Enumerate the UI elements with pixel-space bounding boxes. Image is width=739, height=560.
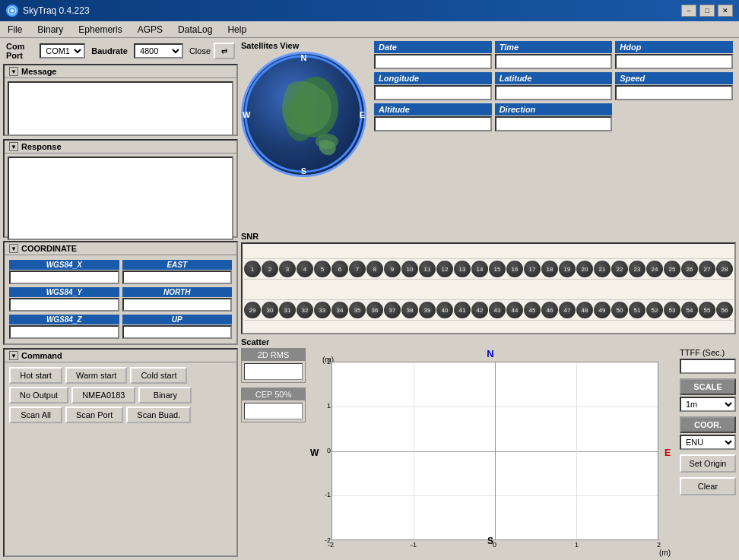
response-section: ▼ Response <box>3 139 238 238</box>
menu-file[interactable]: File <box>0 23 30 36</box>
satellite-num-48: 48 <box>576 302 593 318</box>
warm-start-button[interactable]: Warm start <box>65 367 127 384</box>
menu-help[interactable]: Help <box>220 23 254 36</box>
no-output-button[interactable]: No Output <box>9 387 68 403</box>
set-origin-button[interactable]: Set Origin <box>680 454 736 473</box>
coordinate-collapse[interactable]: ▼ <box>9 244 18 253</box>
latitude-input[interactable] <box>495 85 613 100</box>
message-title: Message <box>21 67 56 76</box>
hot-start-button[interactable]: Hot start <box>9 367 62 384</box>
response-collapse[interactable]: ▼ <box>9 142 18 151</box>
satellite-num-38: 38 <box>401 302 418 318</box>
menu-bar: File Binary Ephemeris AGPS DataLog Help <box>0 21 739 38</box>
binary-button[interactable]: Binary <box>138 387 192 403</box>
longitude-input[interactable] <box>374 85 492 100</box>
coord-wgs84z: WGS84_Z <box>9 315 119 339</box>
satellite-num-18: 18 <box>541 261 558 277</box>
scatter-north: N <box>487 348 493 359</box>
close-button[interactable]: ✕ <box>718 5 733 17</box>
scatter-section: Scatter 2D RMS CEP 50% <box>241 337 736 557</box>
coord-wgs84x-input[interactable] <box>9 271 119 284</box>
menu-ephemeris[interactable]: Ephemeris <box>71 23 129 36</box>
connect-button[interactable]: ⇄ <box>214 43 235 59</box>
satellite-num-30: 30 <box>262 302 278 318</box>
left-panel: Com Port COM1COM2COM3COM4 Baudrate 48009… <box>3 41 238 557</box>
speed-input[interactable] <box>615 85 733 100</box>
scatter-main: Scatter 2D RMS CEP 50% <box>241 337 736 557</box>
satellite-num-6: 6 <box>331 261 348 277</box>
scatter-controls: 2D RMS CEP 50% <box>241 348 306 557</box>
scatter-title: Scatter <box>241 337 736 346</box>
scatter-plot-area: N W E S (m) (m) <box>310 348 671 557</box>
satellites-view-title: Satellites View <box>241 41 366 50</box>
cold-start-button[interactable]: Cold start <box>130 367 187 384</box>
menu-binary[interactable]: Binary <box>30 23 71 36</box>
maximize-button[interactable]: □ <box>699 5 715 17</box>
message-content[interactable] <box>8 81 233 136</box>
nmea0183-button[interactable]: NMEA0183 <box>71 387 135 403</box>
clear-button[interactable]: Clear <box>680 477 736 495</box>
cep-box: CEP 50% <box>241 388 306 422</box>
satellite-num-55: 55 <box>699 302 715 318</box>
menu-datalog[interactable]: DataLog <box>170 23 220 36</box>
satellite-num-16: 16 <box>506 261 523 277</box>
command-collapse[interactable]: ▼ <box>9 351 18 360</box>
command-buttons: Hot start Warm start Cold start No Outpu… <box>5 362 236 428</box>
gps-fields: Date Time Hdop Longitude Latitude <box>371 41 736 227</box>
response-content[interactable] <box>8 157 233 240</box>
date-field: Date <box>374 41 492 69</box>
satellite-num-21: 21 <box>594 261 611 277</box>
coor-button[interactable]: COOR. <box>680 416 736 433</box>
scale-select[interactable]: 1m2m5m10m <box>680 397 736 412</box>
scan-all-button[interactable]: Scan All <box>9 407 62 423</box>
coord-wgs84y-input[interactable] <box>9 298 119 312</box>
snr-top-bar <box>244 245 733 259</box>
time-field: Time <box>495 41 613 69</box>
globe-east: E <box>360 110 365 119</box>
menu-agps[interactable]: AGPS <box>130 23 170 36</box>
coord-north-input[interactable] <box>122 298 233 312</box>
satellite-num-22: 22 <box>611 261 628 277</box>
coord-up: UP <box>122 315 233 339</box>
command-header: ▼ Command <box>5 350 236 362</box>
coord-wgs84z-input[interactable] <box>9 325 119 339</box>
comport-select[interactable]: COM1COM2COM3COM4 <box>40 43 85 59</box>
altitude-input[interactable] <box>374 116 492 131</box>
satellite-num-14: 14 <box>471 261 488 277</box>
scan-port-button[interactable]: Scan Port <box>65 407 123 423</box>
main-content: Com Port COM1COM2COM3COM4 Baudrate 48009… <box>0 38 739 560</box>
satellite-num-25: 25 <box>664 261 680 277</box>
scale-button[interactable]: SCALE <box>680 378 736 395</box>
time-input[interactable] <box>495 54 613 69</box>
snr-mid-bar <box>244 279 733 300</box>
satellite-num-54: 54 <box>681 302 698 318</box>
satellite-num-50: 50 <box>611 302 628 318</box>
scan-buad-button[interactable]: Scan Buad. <box>126 407 191 423</box>
coor-select[interactable]: ENUXYZ <box>680 435 736 450</box>
coord-wgs84x-label: WGS84_X <box>9 260 119 270</box>
scatter-east: E <box>664 448 671 458</box>
rms-input[interactable] <box>244 363 303 380</box>
time-label: Time <box>495 41 613 53</box>
date-input[interactable] <box>374 54 492 69</box>
minimize-button[interactable]: − <box>681 5 696 17</box>
satellite-num-29: 29 <box>244 302 261 318</box>
scatter-unit-bottomright: (m) <box>659 549 671 557</box>
baudrate-select[interactable]: 48009600192003840057600115200 <box>134 43 183 59</box>
direction-input[interactable] <box>495 116 613 131</box>
satellite-num-4: 4 <box>297 261 313 277</box>
scale-box: SCALE 1m2m5m10m <box>680 378 736 412</box>
cep-input[interactable] <box>244 403 303 419</box>
ttff-input[interactable] <box>680 359 736 374</box>
window-title: SkyTraq 0.4.223 <box>23 5 681 16</box>
coord-east-input[interactable] <box>122 271 233 284</box>
ttff-box: TTFF (Sec.) <box>680 348 736 374</box>
coord-up-input[interactable] <box>122 325 233 339</box>
satellite-num-1: 1 <box>244 261 261 277</box>
comport-label: Com Port <box>6 42 33 60</box>
message-collapse[interactable]: ▼ <box>9 67 18 76</box>
rms-label: 2D RMS <box>242 349 305 361</box>
hdop-input[interactable] <box>615 54 733 69</box>
latitude-label: Latitude <box>495 72 613 84</box>
date-label: Date <box>374 41 492 53</box>
